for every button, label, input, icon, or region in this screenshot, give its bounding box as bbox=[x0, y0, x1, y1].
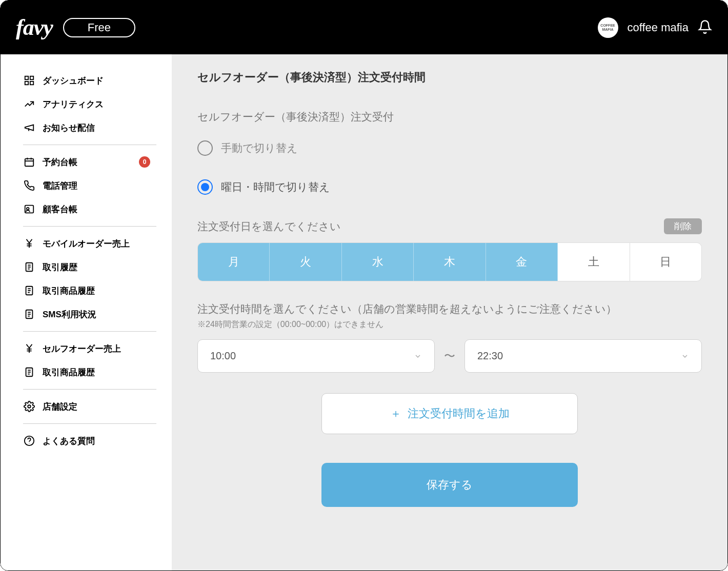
sidebar-item-label: 取引商品履歴 bbox=[43, 366, 95, 378]
day-cell[interactable]: 木 bbox=[414, 243, 486, 281]
day-cell[interactable]: 月 bbox=[198, 243, 270, 281]
day-cell[interactable]: 火 bbox=[270, 243, 341, 281]
chevron-down-icon bbox=[681, 352, 689, 360]
sidebar-item[interactable]: 予約台帳0 bbox=[23, 150, 156, 174]
time-from-select[interactable]: 10:00 bbox=[197, 339, 435, 373]
sidebar-item[interactable]: 電話管理 bbox=[23, 174, 156, 197]
sidebar-item-label: 顧客台帳 bbox=[43, 203, 77, 215]
svg-rect-3 bbox=[30, 81, 33, 85]
badge: 0 bbox=[139, 156, 150, 168]
svg-rect-0 bbox=[25, 76, 28, 79]
avatar[interactable]: COFFEE MAFIA bbox=[598, 17, 618, 38]
sidebar-item-label: 取引商品履歴 bbox=[43, 285, 95, 297]
sidebar-item[interactable]: セルフオーダー売上 bbox=[23, 337, 156, 360]
sidebar-item[interactable]: SMS利用状況 bbox=[23, 302, 156, 326]
svg-rect-1 bbox=[30, 76, 33, 79]
sidebar-item-label: お知らせ配信 bbox=[43, 122, 95, 134]
sidebar-item-label: SMS利用状況 bbox=[43, 309, 96, 320]
username: coffee mafia bbox=[628, 21, 689, 34]
question-icon bbox=[23, 435, 35, 447]
sidebar-item[interactable]: ダッシュボード bbox=[23, 69, 156, 92]
time-from-value: 10:00 bbox=[210, 350, 236, 362]
analytics-icon bbox=[23, 98, 35, 110]
save-button[interactable]: 保存する bbox=[321, 463, 578, 507]
days-header: 注文受付日を選んでください bbox=[197, 219, 341, 234]
day-cell[interactable]: 金 bbox=[486, 243, 558, 281]
sidebar-item[interactable]: モバイルオーダー売上 bbox=[23, 232, 156, 255]
logo: favy bbox=[16, 14, 53, 40]
radio-icon bbox=[197, 179, 213, 195]
section-title: セルフオーダー（事後決済型）注文受付 bbox=[197, 110, 702, 124]
day-cell[interactable]: 日 bbox=[630, 243, 701, 281]
sidebar-item-label: セルフオーダー売上 bbox=[43, 343, 121, 355]
time-separator: 〜 bbox=[444, 349, 455, 364]
svg-rect-2 bbox=[25, 81, 28, 85]
phone-icon bbox=[23, 179, 35, 192]
sidebar: ダッシュボードアナリティクスお知らせ配信予約台帳0電話管理顧客台帳モバイルオーダ… bbox=[1, 54, 172, 570]
contact-icon bbox=[23, 203, 35, 215]
radio-icon bbox=[197, 140, 213, 156]
delete-button[interactable]: 削除 bbox=[664, 218, 702, 234]
sidebar-item[interactable]: よくある質問 bbox=[23, 429, 156, 453]
sidebar-item[interactable]: 店舗設定 bbox=[23, 395, 156, 418]
time-note: ※24時間営業の設定（00:00~00:00）はできません bbox=[197, 319, 702, 330]
add-time-button[interactable]: ＋注文受付時間を追加 bbox=[321, 393, 578, 434]
radio-label: 曜日・時間で切り替え bbox=[221, 180, 330, 194]
radio-label: 手動で切り替え bbox=[221, 141, 298, 155]
sidebar-item-label: 電話管理 bbox=[43, 180, 77, 192]
day-cell[interactable]: 土 bbox=[558, 243, 630, 281]
home-icon bbox=[23, 74, 35, 87]
megaphone-icon bbox=[23, 121, 35, 134]
day-row: 月火水木金土日 bbox=[197, 242, 702, 281]
chevron-down-icon bbox=[414, 352, 422, 360]
sidebar-item-label: アナリティクス bbox=[43, 98, 104, 110]
document-icon bbox=[23, 261, 35, 273]
time-to-select[interactable]: 22:30 bbox=[464, 339, 702, 373]
sidebar-item-label: モバイルオーダー売上 bbox=[43, 238, 130, 250]
sidebar-item[interactable]: 取引履歴 bbox=[23, 255, 156, 279]
header: favy Free COFFEE MAFIA coffee mafia bbox=[1, 1, 727, 54]
document-icon bbox=[23, 366, 35, 378]
yen-icon bbox=[23, 237, 35, 250]
sidebar-item[interactable]: 顧客台帳 bbox=[23, 197, 156, 221]
sidebar-item-label: よくある質問 bbox=[43, 435, 95, 447]
day-cell[interactable]: 水 bbox=[342, 243, 414, 281]
sidebar-item[interactable]: お知らせ配信 bbox=[23, 116, 156, 139]
svg-point-32 bbox=[28, 405, 31, 408]
radio-manual[interactable]: 手動で切り替え bbox=[197, 140, 702, 156]
sidebar-item[interactable]: アナリティクス bbox=[23, 92, 156, 116]
sidebar-item-label: 取引履歴 bbox=[43, 261, 77, 273]
svg-rect-4 bbox=[25, 159, 34, 167]
gear-icon bbox=[23, 400, 35, 413]
document-icon bbox=[23, 308, 35, 320]
sidebar-item-label: ダッシュボード bbox=[43, 75, 104, 87]
page-title: セルフオーダー（事後決済型）注文受付時間 bbox=[197, 70, 702, 85]
time-header: 注文受付時間を選んでください（店舗の営業時間を超えないようにご注意ください） bbox=[197, 302, 702, 316]
document-icon bbox=[23, 284, 35, 297]
add-time-label: 注文受付時間を追加 bbox=[408, 407, 510, 420]
plus-icon: ＋ bbox=[390, 407, 401, 420]
time-to-value: 22:30 bbox=[477, 350, 503, 362]
main-content: セルフオーダー（事後決済型）注文受付時間 セルフオーダー（事後決済型）注文受付 … bbox=[172, 54, 727, 570]
sidebar-item-label: 予約台帳 bbox=[43, 156, 77, 168]
plan-badge: Free bbox=[63, 18, 135, 37]
radio-schedule[interactable]: 曜日・時間で切り替え bbox=[197, 179, 702, 195]
sidebar-item[interactable]: 取引商品履歴 bbox=[23, 279, 156, 302]
calendar-icon bbox=[23, 156, 35, 168]
sidebar-item[interactable]: 取引商品履歴 bbox=[23, 360, 156, 384]
bell-icon[interactable] bbox=[698, 19, 712, 36]
svg-point-9 bbox=[27, 208, 29, 210]
sidebar-item-label: 店舗設定 bbox=[43, 401, 77, 413]
yen-icon bbox=[23, 342, 35, 355]
